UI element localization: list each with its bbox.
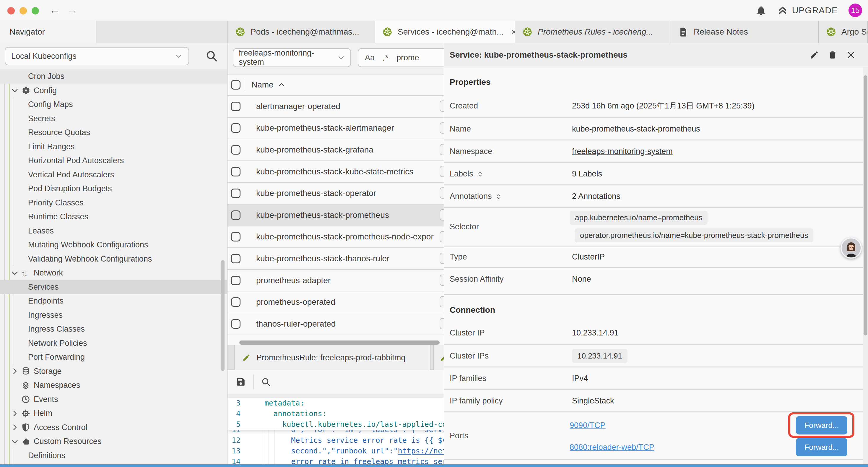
service-row-prometheus-operated[interactable]: prometheus-operated — [227, 291, 444, 313]
editor-search-icon[interactable] — [261, 377, 271, 387]
namespace-selector[interactable]: freeleaps-monitoring-system — [233, 48, 351, 67]
service-row-kube-prometheus-stack-grafana[interactable]: kube-prometheus-stack-grafana — [227, 139, 444, 160]
table-horizontal-scrollbar[interactable] — [227, 340, 444, 345]
yaml-editor[interactable]: 3metadata:4 annotations:5 kubectl.kubern… — [227, 398, 444, 467]
tree-item-priority-classes[interactable]: Priority Classes — [0, 196, 227, 210]
notification-count-badge[interactable]: 15 — [848, 4, 862, 17]
tree-item-port-forwarding[interactable]: Port Forwarding — [0, 350, 227, 364]
tree-item-definitions[interactable]: Definitions — [0, 449, 227, 463]
chevron-right-icon[interactable] — [11, 409, 19, 418]
resource-search-input[interactable]: Aa .* prome — [358, 48, 444, 67]
service-row-kube-prometheus-stack-prometheus-node-expo[interactable]: kube-prometheus-stack-prometheus-node-ex… — [227, 226, 444, 248]
tree-item-validating-webhook-configurations[interactable]: Validating Webhook Configurations — [0, 252, 227, 266]
chevron-down-icon[interactable] — [11, 437, 19, 446]
forward-button-9090-tcp[interactable]: Forward... — [796, 416, 847, 435]
expand-collapse-icon[interactable] — [495, 193, 502, 200]
tab-release-notes[interactable]: Release Notes — [671, 21, 819, 43]
row-checkbox[interactable] — [231, 232, 241, 241]
tree-item-custom-resources[interactable]: Custom Resources — [0, 435, 227, 449]
detail-row-selector: Selectorapp.kubernetes.io/name=prometheu… — [444, 207, 863, 245]
delete-trash-icon[interactable] — [828, 50, 837, 60]
upgrade-button[interactable]: UPGRADE — [777, 5, 838, 16]
tab-argo-se[interactable]: Argo Se — [819, 21, 868, 43]
match-case-toggle[interactable]: Aa — [365, 53, 375, 62]
back-button[interactable]: ← — [50, 3, 60, 17]
kubeconfig-selector[interactable]: Local Kubeconfigs — [5, 47, 189, 65]
tree-item-network[interactable]: ↑↓Network — [0, 266, 227, 280]
service-row-thanos-ruler-operated[interactable]: thanos-ruler-operated — [227, 313, 444, 335]
tree-item-helm[interactable]: Helm — [0, 406, 227, 420]
tree-item-ingresses[interactable]: Ingresses — [0, 308, 227, 322]
namespace-link[interactable]: freeleaps-monitoring-system — [572, 147, 673, 156]
row-checkbox[interactable] — [231, 102, 241, 111]
tree-item-resource-quotas[interactable]: Resource Quotas — [0, 126, 227, 140]
service-row-kube-prometheus-stack-thanos-ruler[interactable]: kube-prometheus-stack-thanos-ruler — [227, 247, 444, 269]
navigator-panel-tab[interactable]: Navigator — [0, 21, 96, 43]
tree-item-events[interactable]: Events — [0, 392, 227, 407]
service-row-kube-prometheus-stack-operator[interactable]: kube-prometheus-stack-operator — [227, 182, 444, 204]
sidebar-search-icon[interactable] — [205, 49, 218, 62]
service-row-kube-prometheus-stack-prometheus[interactable]: kube-prometheus-stack-prometheus — [227, 204, 444, 226]
tab-pods-icecheng-mathmas[interactable]: Pods - icecheng@mathmas... — [227, 21, 375, 43]
expand-collapse-icon[interactable] — [477, 171, 483, 177]
tree-item-pod-disruption-budgets[interactable]: Pod Disruption Budgets — [0, 182, 227, 196]
forward-button-8080-reloader-web-tcp[interactable]: Forward... — [796, 438, 847, 456]
chevron-down-icon[interactable] — [11, 269, 19, 277]
tree-item-limit-ranges[interactable]: Limit Ranges — [0, 140, 227, 154]
sort-ascending-icon[interactable] — [278, 81, 285, 89]
edit-pencil-icon[interactable] — [809, 50, 819, 60]
tab-close-icon[interactable]: × — [511, 28, 515, 36]
service-row-kube-prometheus-stack-kube-state-metrics[interactable]: kube-prometheus-stack-kube-state-metrics — [227, 160, 444, 182]
select-all-checkbox[interactable] — [231, 80, 241, 90]
regex-toggle[interactable]: .* — [382, 53, 389, 63]
tree-item-config-maps[interactable]: Config Maps — [0, 97, 227, 112]
detail-scrollbar[interactable] — [864, 76, 867, 335]
row-checkbox[interactable] — [231, 297, 241, 307]
tree-item-leases[interactable]: Leases — [0, 224, 227, 238]
user-avatar[interactable] — [840, 237, 862, 259]
close-window-button[interactable] — [7, 7, 15, 14]
port-link-9090-tcp[interactable]: 9090/TCP — [569, 421, 606, 430]
service-row-prometheus-adapter[interactable]: prometheus-adapter — [227, 269, 444, 291]
tree-item-network-policies[interactable]: Network Policies — [0, 337, 227, 351]
minimize-window-button[interactable] — [20, 7, 27, 14]
row-checkbox[interactable] — [231, 210, 241, 220]
tree-item-ingress-classes[interactable]: Ingress Classes — [0, 322, 227, 337]
tree-item-mutating-webhook-configurations[interactable]: Mutating Webhook Configurations — [0, 238, 227, 252]
row-checkbox[interactable] — [231, 254, 241, 263]
save-icon[interactable] — [236, 377, 246, 387]
name-column-header[interactable]: Name — [251, 80, 274, 90]
tree-item-access-control[interactable]: Access Control — [0, 420, 227, 435]
tree-item-services[interactable]: Services — [0, 280, 227, 294]
sidebar-scrollbar[interactable] — [221, 260, 224, 371]
tree-item-storage[interactable]: Storage — [0, 364, 227, 379]
tab-prometheus-rules-icecheng[interactable]: Prometheus Rules - icecheng... — [515, 21, 671, 43]
tree-item-secrets[interactable]: Secrets — [0, 112, 227, 126]
tab-services-icecheng-math[interactable]: Services - icecheng@math...× — [375, 21, 515, 43]
tree-item-cron-jobs[interactable]: Cron Jobs — [0, 69, 227, 84]
row-checkbox[interactable] — [231, 145, 241, 154]
editor-tab-prometheusrule[interactable]: PrometheusRule: freeleaps-prod-rabbitmq — [234, 345, 430, 370]
service-row-kube-prometheus-stack-alertmanager[interactable]: kube-prometheus-stack-alertmanager — [227, 117, 444, 139]
tree-item-namespaces[interactable]: Namespaces — [0, 378, 227, 392]
row-checkbox[interactable] — [231, 167, 241, 176]
row-checkbox[interactable] — [231, 319, 241, 329]
row-checkbox[interactable] — [231, 123, 241, 133]
chevron-right-icon[interactable] — [11, 423, 19, 432]
row-checkbox[interactable] — [231, 188, 241, 198]
tree-item-config[interactable]: Config — [0, 84, 227, 98]
tree-item-horizontal-pod-autoscalers[interactable]: Horizontal Pod Autoscalers — [0, 154, 227, 168]
chevron-down-icon[interactable] — [11, 86, 19, 95]
close-icon[interactable] — [846, 50, 856, 60]
service-row-alertmanager-operated[interactable]: alertmanager-operated — [227, 95, 444, 117]
tree-item-runtime-classes[interactable]: Runtime Classes — [0, 210, 227, 224]
row-checkbox[interactable] — [231, 276, 241, 285]
tree-item-endpoints[interactable]: Endpoints — [0, 294, 227, 308]
tree-item-vertical-pod-autoscalers[interactable]: Vertical Pod Autoscalers — [0, 168, 227, 182]
port-link-8080-reloader-web-tcp[interactable]: 8080:reloader-web/TCP — [569, 443, 654, 452]
notifications-bell-icon[interactable] — [755, 5, 767, 16]
chevron-right-icon[interactable] — [11, 367, 19, 375]
editor-tab-next[interactable] — [433, 345, 444, 370]
zoom-window-button[interactable] — [32, 7, 39, 14]
forward-button[interactable]: → — [67, 3, 78, 17]
